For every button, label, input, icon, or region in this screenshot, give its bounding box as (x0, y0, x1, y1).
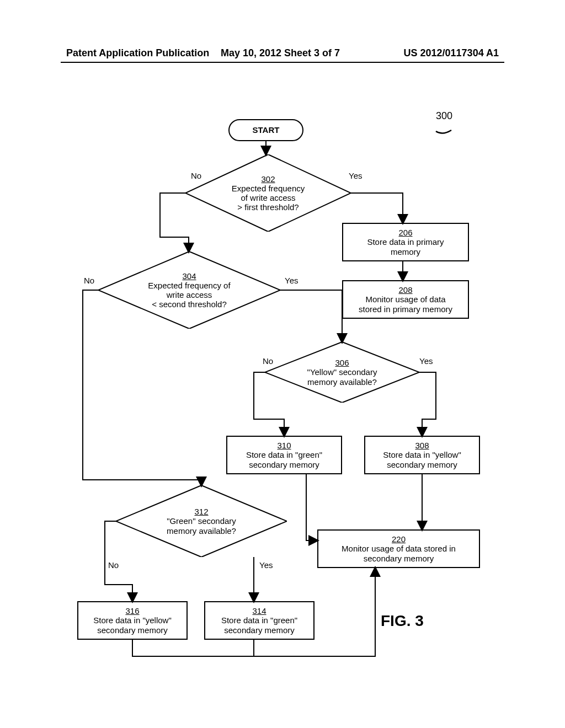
box-208: 208 Monitor usage of data stored in prim… (342, 280, 469, 319)
decision-302-ref: 302 (261, 174, 275, 184)
decision-306: 306 "Yellow" secondary memory available? (265, 342, 419, 403)
label-304-yes: Yes (285, 276, 298, 285)
label-304-no: No (84, 276, 94, 285)
label-312-no: No (108, 560, 119, 570)
decision-312-ref: 312 (194, 507, 208, 516)
decision-312-text: "Green" secondary memory available? (167, 516, 236, 536)
box-206-ref: 206 (398, 228, 412, 237)
decision-312: 312 "Green" secondary memory available? (116, 485, 287, 557)
box-206: 206 Store data in primary memory (342, 223, 469, 261)
box-316-ref: 316 (125, 606, 139, 615)
box-208-ref: 208 (398, 285, 412, 295)
decision-302: 302 Expected frequency of write access >… (185, 154, 351, 232)
label-306-no: No (263, 356, 273, 366)
box-310: 310 Store data in "green" secondary memo… (226, 436, 342, 474)
box-316-text: Store data in "yellow" secondary memory (93, 615, 172, 635)
box-310-text: Store data in "green" secondary memory (246, 450, 322, 469)
box-220: 220 Monitor usage of data stored in seco… (317, 529, 480, 568)
box-308-ref: 308 (415, 441, 429, 450)
box-308: 308 Store data in "yellow" secondary mem… (364, 436, 480, 474)
box-220-text: Monitor usage of data stored in secondar… (342, 544, 456, 563)
box-206-text: Store data in primary memory (367, 237, 444, 256)
box-310-ref: 310 (277, 441, 291, 450)
label-302-yes: Yes (349, 171, 362, 180)
decision-302-text: Expected frequency of write access > fir… (232, 184, 305, 212)
start-node: START (228, 119, 303, 141)
box-308-text: Store data in "yellow" secondary memory (383, 450, 461, 469)
box-316: 316 Store data in "yellow" secondary mem… (77, 601, 188, 640)
decision-304-ref: 304 (182, 271, 196, 281)
label-302-no: No (191, 171, 201, 180)
label-306-yes: Yes (419, 356, 433, 366)
box-208-text: Monitor usage of data stored in primary … (359, 295, 452, 314)
decision-306-ref: 306 (335, 358, 349, 367)
box-314-ref: 314 (252, 606, 266, 615)
flowchart: 300 START 302 Expected frequency of writ… (0, 0, 565, 728)
diagram-refnum: 300 (436, 110, 452, 122)
decision-306-text: "Yellow" secondary memory available? (307, 367, 377, 387)
box-314: 314 Store data in "green" secondary memo… (204, 601, 315, 640)
decision-304-text: Expected frequency of write access < sec… (148, 281, 230, 309)
label-312-yes: Yes (259, 560, 273, 570)
figure-label: FIG. 3 (381, 612, 424, 630)
start-label: START (253, 125, 280, 135)
box-314-text: Store data in "green" secondary memory (221, 615, 297, 635)
box-220-ref: 220 (392, 534, 406, 544)
decision-304: 304 Expected frequency of write access <… (98, 251, 280, 329)
page: Patent Application Publication May 10, 2… (0, 0, 565, 728)
